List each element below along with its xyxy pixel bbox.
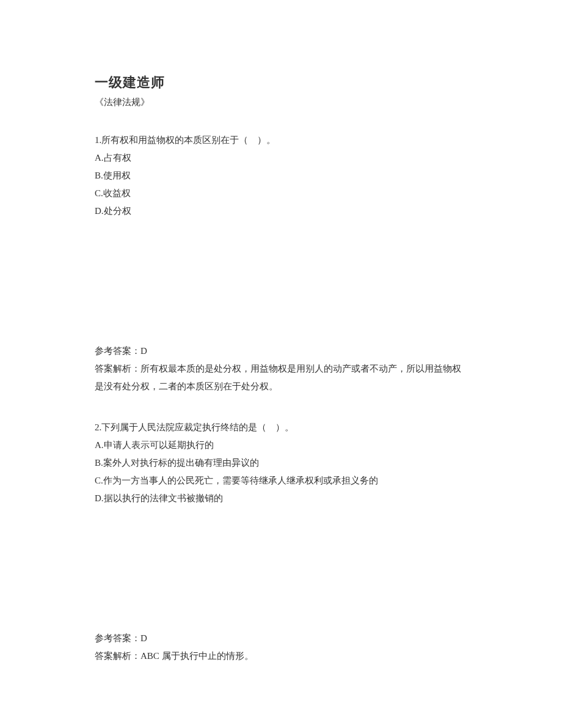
answer-2-section: 参考答案：D 答案解析：ABC 属于执行中止的情形。 [95, 630, 467, 665]
question-1-option-a: A.占有权 [95, 149, 467, 167]
question-2-option-a: A.申请人表示可以延期执行的 [95, 436, 467, 454]
question-2-option-b: B.案外人对执行标的提出确有理由异议的 [95, 454, 467, 472]
question-1-option-c: C.收益权 [95, 185, 467, 202]
question-2-number: 2. [95, 422, 101, 432]
question-1-text: 1.所有权和用益物权的本质区别在于（ ）。 [95, 131, 467, 149]
answer-1-reference-label: 参考答案： [95, 346, 140, 356]
answer-1-explanation: 答案解析：所有权最本质的是处分权，用益物权是用别人的动产或者不动产，所以用益物权… [95, 360, 467, 395]
answer-2-explanation-text: ABC 属于执行中止的情形。 [140, 651, 254, 661]
question-2-text: 2.下列属于人民法院应裁定执行终结的是（ ）。 [95, 419, 467, 436]
answer-1-reference: 参考答案：D [95, 342, 467, 360]
answer-2-explanation-label: 答案解析： [95, 651, 140, 661]
answer-1-reference-value: D [140, 346, 147, 356]
question-1-option-d: D.处分权 [95, 202, 467, 220]
question-2-option-d: D.据以执行的法律文书被撤销的 [95, 490, 467, 507]
answer-2-reference-value: D [140, 633, 147, 643]
answer-2-reference-label: 参考答案： [95, 633, 140, 643]
question-2-option-c: C.作为一方当事人的公民死亡，需要等待继承人继承权利或承担义务的 [95, 472, 467, 490]
question-1-number: 1. [95, 135, 101, 145]
question-2-stem: 下列属于人民法院应裁定执行终结的是（ ）。 [101, 422, 294, 432]
question-1-option-b: B.使用权 [95, 167, 467, 185]
answer-1-explanation-text: 所有权最本质的是处分权，用益物权是用别人的动产或者不动产，所以用益物权是没有处分… [95, 364, 461, 391]
answer-2-reference: 参考答案：D [95, 630, 467, 647]
exam-subtitle: 《法律法规》 [95, 97, 467, 108]
question-1-block: 1.所有权和用益物权的本质区别在于（ ）。 A.占有权 B.使用权 C.收益权 … [95, 131, 467, 220]
question-1-stem: 所有权和用益物权的本质区别在于（ ）。 [101, 135, 276, 145]
exam-title: 一级建造师 [95, 73, 467, 92]
question-2-block: 2.下列属于人民法院应裁定执行终结的是（ ）。 A.申请人表示可以延期执行的 B… [95, 419, 467, 507]
answer-2-explanation: 答案解析：ABC 属于执行中止的情形。 [95, 647, 467, 665]
answer-1-explanation-label: 答案解析： [95, 364, 140, 373]
answer-1-section: 参考答案：D 答案解析：所有权最本质的是处分权，用益物权是用别人的动产或者不动产… [95, 342, 467, 395]
